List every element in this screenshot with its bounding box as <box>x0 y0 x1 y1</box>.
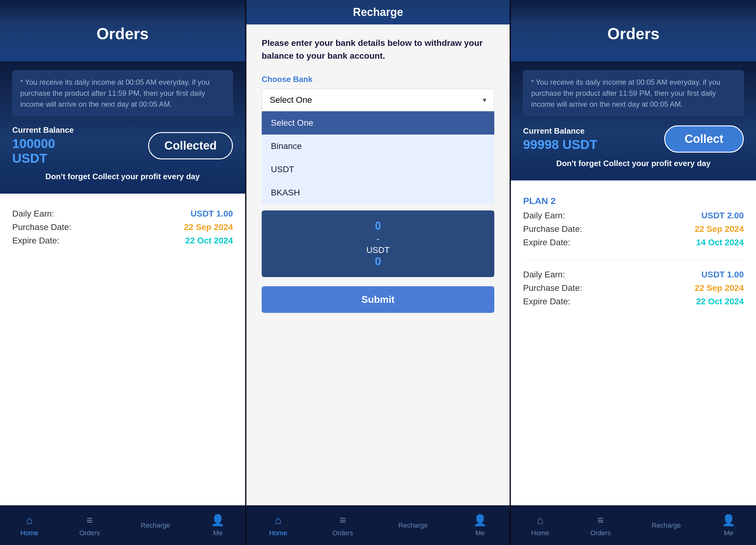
left-reminder: Don't forget Collect your profit every d… <box>12 172 233 181</box>
left-orders-list: Daily Earn: USDT 1.00 Purchase Date: 22 … <box>0 194 245 505</box>
right-orders-icon: ≡ <box>597 514 604 527</box>
right-balance-section: * You receive its daily income at 00:05 … <box>511 61 756 181</box>
middle-nav-orders[interactable]: ≡ Orders <box>332 514 353 537</box>
left-balance-row: Current Balance 100000 USDT Collected <box>12 125 233 166</box>
left-daily-earn-value: USDT 1.00 <box>191 209 233 219</box>
right-order-expire-1: Expire Date: 14 Oct 2024 <box>523 238 744 248</box>
right-nav-orders[interactable]: ≡ Orders <box>590 514 611 537</box>
right-nav-home-label: Home <box>531 529 549 537</box>
dropdown-arrow-icon: ▾ <box>483 96 486 104</box>
right-order-daily-earn-2: Daily Earn: USDT 1.00 <box>523 270 744 279</box>
left-order-purchase: Purchase Date: 22 Sep 2024 <box>12 222 233 232</box>
right-nav-me[interactable]: 👤 Me <box>722 514 735 537</box>
right-daily-earn-value-2: USDT 1.00 <box>702 270 744 279</box>
right-nav-recharge[interactable]: Recharge <box>652 521 681 529</box>
left-nav-recharge-label: Recharge <box>141 521 170 529</box>
submit-button[interactable]: Submit <box>262 286 494 313</box>
recharge-body: Please enter your bank details below to … <box>246 24 510 505</box>
middle-nav-home[interactable]: ⌂ Home <box>269 514 287 537</box>
dropdown-option-usdt[interactable]: USDT <box>262 158 494 181</box>
middle-header: Recharge <box>246 0 510 24</box>
amount-value: 0 <box>271 220 485 233</box>
recharge-instruction: Please enter your bank details below to … <box>262 37 494 62</box>
right-nav-home[interactable]: ⌂ Home <box>531 514 549 537</box>
right-plan-title: PLAN 2 <box>523 196 744 206</box>
amount-box: 0 - USDT 0 <box>262 211 494 277</box>
left-purchase-label: Purchase Date: <box>12 222 71 232</box>
right-home-icon: ⌂ <box>537 514 544 527</box>
left-order-item: Daily Earn: USDT 1.00 Purchase Date: 22 … <box>12 200 233 259</box>
middle-home-icon: ⌂ <box>275 514 282 527</box>
left-nav-home[interactable]: ⌂ Home <box>21 514 39 537</box>
middle-nav-orders-label: Orders <box>332 529 353 537</box>
left-balance-label: Current Balance <box>12 125 74 135</box>
left-nav-recharge[interactable]: Recharge <box>141 521 170 529</box>
left-daily-earn-label: Daily Earn: <box>12 209 54 219</box>
right-order-expire-2: Expire Date: 22 Oct 2024 <box>523 297 744 306</box>
right-notice-box: * You receive its daily income at 00:05 … <box>523 70 744 116</box>
right-order-daily-earn-1: Daily Earn: USDT 2.00 <box>523 211 744 221</box>
dropdown-option-bkash[interactable]: BKASH <box>262 181 494 204</box>
right-nav-me-label: Me <box>724 529 733 537</box>
right-order-purchase-1: Purchase Date: 22 Sep 2024 <box>523 224 744 234</box>
home-icon: ⌂ <box>26 514 33 527</box>
left-title: Orders <box>96 24 149 43</box>
left-purchase-value: 22 Sep 2024 <box>184 222 233 232</box>
choose-bank-label: Choose Bank <box>262 75 494 84</box>
amount-usdt-label: USDT <box>271 245 485 255</box>
right-nav-recharge-label: Recharge <box>652 521 681 529</box>
right-balance-amount: 99998 USDT <box>523 137 597 152</box>
left-nav-orders-label: Orders <box>79 529 100 537</box>
left-nav-home-label: Home <box>21 529 39 537</box>
middle-title: Recharge <box>353 6 403 19</box>
right-daily-earn-label-2: Daily Earn: <box>523 270 565 279</box>
right-nav-orders-label: Orders <box>590 529 611 537</box>
left-order-daily-earn: Daily Earn: USDT 1.00 <box>12 209 233 219</box>
right-order-item-2: Daily Earn: USDT 1.00 Purchase Date: 22 … <box>523 261 744 319</box>
left-notice-text: * You receive its daily income at 00:05 … <box>20 77 225 110</box>
right-order-purchase-2: Purchase Date: 22 Sep 2024 <box>523 283 744 293</box>
left-balance-info: Current Balance 100000 USDT <box>12 125 74 166</box>
right-purchase-value-2: 22 Sep 2024 <box>695 283 744 293</box>
right-daily-earn-label-1: Daily Earn: <box>523 211 565 221</box>
left-nav-me[interactable]: 👤 Me <box>211 514 225 537</box>
right-collect-button[interactable]: Collect <box>664 125 744 153</box>
amount-zero: 0 <box>271 255 485 268</box>
middle-panel: Recharge Please enter your bank details … <box>246 0 510 545</box>
left-header: Orders <box>0 0 245 61</box>
right-title: Orders <box>607 24 660 43</box>
right-notice-text: * You receive its daily income at 00:05 … <box>531 77 736 110</box>
middle-nav-me-label: Me <box>475 529 485 537</box>
right-daily-earn-value-1: USDT 2.00 <box>702 211 744 221</box>
left-nav-orders[interactable]: ≡ Orders <box>79 514 100 537</box>
right-expire-value-2: 22 Oct 2024 <box>696 297 744 306</box>
orders-icon: ≡ <box>86 514 93 527</box>
left-panel: Orders * You receive its daily income at… <box>0 0 245 545</box>
right-balance-row: Current Balance 99998 USDT Collect <box>523 125 744 153</box>
right-balance-info: Current Balance 99998 USDT <box>523 126 597 152</box>
middle-me-icon: 👤 <box>473 514 487 527</box>
dropdown-option-select-one[interactable]: Select One <box>262 111 494 135</box>
middle-nav-me[interactable]: 👤 Me <box>473 514 487 537</box>
left-order-expire: Expire Date: 22 Oct 2024 <box>12 236 233 246</box>
right-purchase-label-2: Purchase Date: <box>523 283 582 293</box>
dropdown-menu: Select One Binance USDT BKASH <box>262 111 494 204</box>
me-icon: 👤 <box>211 514 225 527</box>
right-expire-label-2: Expire Date: <box>523 297 570 306</box>
left-expire-value: 22 Oct 2024 <box>185 236 233 246</box>
left-collect-button[interactable]: Collected <box>148 132 233 159</box>
right-balance-label: Current Balance <box>523 126 597 136</box>
right-purchase-value-1: 22 Sep 2024 <box>695 224 744 234</box>
bank-select-dropdown[interactable]: Select One ▾ <box>262 89 494 111</box>
right-expire-value-1: 14 Oct 2024 <box>696 238 744 248</box>
middle-nav-recharge[interactable]: Recharge <box>399 521 428 529</box>
right-header: Orders <box>511 0 756 61</box>
left-bottom-nav: ⌂ Home ≡ Orders Recharge 👤 Me <box>0 505 245 545</box>
middle-orders-icon: ≡ <box>339 514 346 527</box>
middle-nav-home-label: Home <box>269 529 287 537</box>
left-balance-section: * You receive its daily income at 00:05 … <box>0 61 245 194</box>
amount-dash: - <box>271 234 485 244</box>
right-me-icon: 👤 <box>722 514 735 527</box>
right-purchase-label-1: Purchase Date: <box>523 224 582 234</box>
dropdown-option-binance[interactable]: Binance <box>262 135 494 158</box>
